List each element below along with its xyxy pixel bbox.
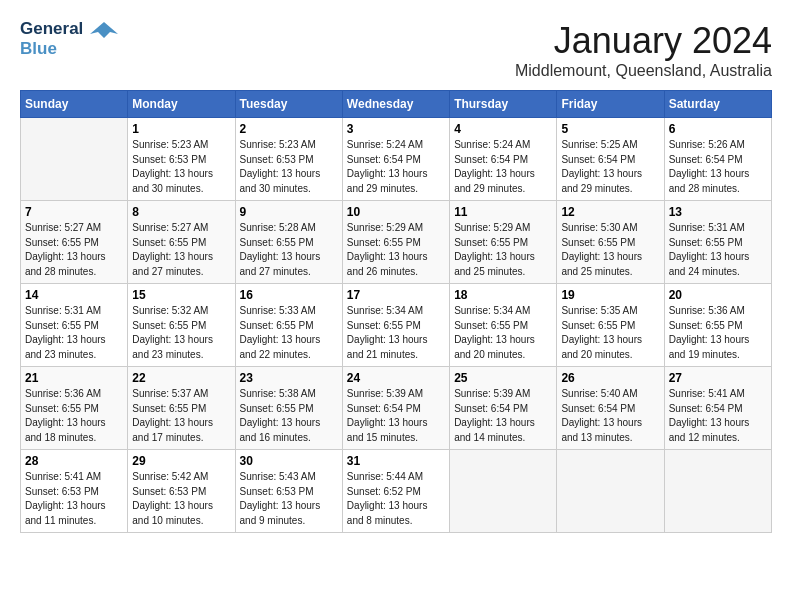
day-number: 25 — [454, 371, 552, 385]
day-number: 29 — [132, 454, 230, 468]
day-number: 14 — [25, 288, 123, 302]
table-row: 3Sunrise: 5:24 AMSunset: 6:54 PMDaylight… — [342, 118, 449, 201]
day-info: Sunrise: 5:38 AMSunset: 6:55 PMDaylight:… — [240, 387, 338, 445]
day-number: 4 — [454, 122, 552, 136]
day-info: Sunrise: 5:34 AMSunset: 6:55 PMDaylight:… — [454, 304, 552, 362]
day-info: Sunrise: 5:41 AMSunset: 6:54 PMDaylight:… — [669, 387, 767, 445]
day-info: Sunrise: 5:36 AMSunset: 6:55 PMDaylight:… — [25, 387, 123, 445]
day-info: Sunrise: 5:40 AMSunset: 6:54 PMDaylight:… — [561, 387, 659, 445]
logo: General Blue — [20, 20, 118, 59]
svg-marker-0 — [90, 22, 118, 38]
day-info: Sunrise: 5:25 AMSunset: 6:54 PMDaylight:… — [561, 138, 659, 196]
day-info: Sunrise: 5:31 AMSunset: 6:55 PMDaylight:… — [669, 221, 767, 279]
table-row: 19Sunrise: 5:35 AMSunset: 6:55 PMDayligh… — [557, 284, 664, 367]
day-number: 20 — [669, 288, 767, 302]
day-number: 26 — [561, 371, 659, 385]
day-info: Sunrise: 5:23 AMSunset: 6:53 PMDaylight:… — [132, 138, 230, 196]
weekday-header-friday: Friday — [557, 91, 664, 118]
table-row: 29Sunrise: 5:42 AMSunset: 6:53 PMDayligh… — [128, 450, 235, 533]
month-title: January 2024 — [515, 20, 772, 62]
table-row: 12Sunrise: 5:30 AMSunset: 6:55 PMDayligh… — [557, 201, 664, 284]
day-number: 7 — [25, 205, 123, 219]
table-row: 7Sunrise: 5:27 AMSunset: 6:55 PMDaylight… — [21, 201, 128, 284]
day-number: 9 — [240, 205, 338, 219]
table-row: 28Sunrise: 5:41 AMSunset: 6:53 PMDayligh… — [21, 450, 128, 533]
day-number: 17 — [347, 288, 445, 302]
weekday-header-wednesday: Wednesday — [342, 91, 449, 118]
table-row: 30Sunrise: 5:43 AMSunset: 6:53 PMDayligh… — [235, 450, 342, 533]
day-info: Sunrise: 5:27 AMSunset: 6:55 PMDaylight:… — [25, 221, 123, 279]
table-row — [664, 450, 771, 533]
weekday-header-tuesday: Tuesday — [235, 91, 342, 118]
day-info: Sunrise: 5:42 AMSunset: 6:53 PMDaylight:… — [132, 470, 230, 528]
table-row: 26Sunrise: 5:40 AMSunset: 6:54 PMDayligh… — [557, 367, 664, 450]
table-row: 10Sunrise: 5:29 AMSunset: 6:55 PMDayligh… — [342, 201, 449, 284]
day-info: Sunrise: 5:35 AMSunset: 6:55 PMDaylight:… — [561, 304, 659, 362]
table-row: 9Sunrise: 5:28 AMSunset: 6:55 PMDaylight… — [235, 201, 342, 284]
table-row: 31Sunrise: 5:44 AMSunset: 6:52 PMDayligh… — [342, 450, 449, 533]
day-number: 12 — [561, 205, 659, 219]
logo-general: General — [20, 19, 83, 38]
day-number: 27 — [669, 371, 767, 385]
table-row: 24Sunrise: 5:39 AMSunset: 6:54 PMDayligh… — [342, 367, 449, 450]
table-row: 18Sunrise: 5:34 AMSunset: 6:55 PMDayligh… — [450, 284, 557, 367]
logo-bird-icon — [90, 20, 118, 40]
table-row: 22Sunrise: 5:37 AMSunset: 6:55 PMDayligh… — [128, 367, 235, 450]
location-title: Middlemount, Queensland, Australia — [515, 62, 772, 80]
day-info: Sunrise: 5:43 AMSunset: 6:53 PMDaylight:… — [240, 470, 338, 528]
day-info: Sunrise: 5:27 AMSunset: 6:55 PMDaylight:… — [132, 221, 230, 279]
table-row: 11Sunrise: 5:29 AMSunset: 6:55 PMDayligh… — [450, 201, 557, 284]
weekday-header-monday: Monday — [128, 91, 235, 118]
table-row: 13Sunrise: 5:31 AMSunset: 6:55 PMDayligh… — [664, 201, 771, 284]
day-number: 5 — [561, 122, 659, 136]
day-number: 8 — [132, 205, 230, 219]
day-number: 21 — [25, 371, 123, 385]
day-info: Sunrise: 5:39 AMSunset: 6:54 PMDaylight:… — [454, 387, 552, 445]
day-number: 13 — [669, 205, 767, 219]
day-info: Sunrise: 5:26 AMSunset: 6:54 PMDaylight:… — [669, 138, 767, 196]
day-info: Sunrise: 5:37 AMSunset: 6:55 PMDaylight:… — [132, 387, 230, 445]
day-info: Sunrise: 5:31 AMSunset: 6:55 PMDaylight:… — [25, 304, 123, 362]
table-row: 27Sunrise: 5:41 AMSunset: 6:54 PMDayligh… — [664, 367, 771, 450]
day-info: Sunrise: 5:29 AMSunset: 6:55 PMDaylight:… — [347, 221, 445, 279]
table-row: 2Sunrise: 5:23 AMSunset: 6:53 PMDaylight… — [235, 118, 342, 201]
table-row: 6Sunrise: 5:26 AMSunset: 6:54 PMDaylight… — [664, 118, 771, 201]
day-info: Sunrise: 5:36 AMSunset: 6:55 PMDaylight:… — [669, 304, 767, 362]
table-row — [557, 450, 664, 533]
table-row: 16Sunrise: 5:33 AMSunset: 6:55 PMDayligh… — [235, 284, 342, 367]
table-row: 17Sunrise: 5:34 AMSunset: 6:55 PMDayligh… — [342, 284, 449, 367]
table-row: 4Sunrise: 5:24 AMSunset: 6:54 PMDaylight… — [450, 118, 557, 201]
weekday-header-sunday: Sunday — [21, 91, 128, 118]
day-number: 11 — [454, 205, 552, 219]
day-number: 16 — [240, 288, 338, 302]
day-info: Sunrise: 5:32 AMSunset: 6:55 PMDaylight:… — [132, 304, 230, 362]
day-info: Sunrise: 5:34 AMSunset: 6:55 PMDaylight:… — [347, 304, 445, 362]
day-number: 24 — [347, 371, 445, 385]
weekday-header-thursday: Thursday — [450, 91, 557, 118]
day-number: 6 — [669, 122, 767, 136]
day-info: Sunrise: 5:28 AMSunset: 6:55 PMDaylight:… — [240, 221, 338, 279]
day-info: Sunrise: 5:41 AMSunset: 6:53 PMDaylight:… — [25, 470, 123, 528]
day-info: Sunrise: 5:24 AMSunset: 6:54 PMDaylight:… — [454, 138, 552, 196]
logo-blue: Blue — [20, 39, 57, 58]
day-number: 28 — [25, 454, 123, 468]
day-number: 2 — [240, 122, 338, 136]
table-row — [21, 118, 128, 201]
day-number: 30 — [240, 454, 338, 468]
table-row: 21Sunrise: 5:36 AMSunset: 6:55 PMDayligh… — [21, 367, 128, 450]
table-row: 20Sunrise: 5:36 AMSunset: 6:55 PMDayligh… — [664, 284, 771, 367]
table-row: 5Sunrise: 5:25 AMSunset: 6:54 PMDaylight… — [557, 118, 664, 201]
day-number: 10 — [347, 205, 445, 219]
day-info: Sunrise: 5:24 AMSunset: 6:54 PMDaylight:… — [347, 138, 445, 196]
day-info: Sunrise: 5:30 AMSunset: 6:55 PMDaylight:… — [561, 221, 659, 279]
day-info: Sunrise: 5:44 AMSunset: 6:52 PMDaylight:… — [347, 470, 445, 528]
day-info: Sunrise: 5:39 AMSunset: 6:54 PMDaylight:… — [347, 387, 445, 445]
table-row: 23Sunrise: 5:38 AMSunset: 6:55 PMDayligh… — [235, 367, 342, 450]
table-row: 1Sunrise: 5:23 AMSunset: 6:53 PMDaylight… — [128, 118, 235, 201]
day-number: 1 — [132, 122, 230, 136]
day-number: 23 — [240, 371, 338, 385]
day-number: 15 — [132, 288, 230, 302]
table-row: 25Sunrise: 5:39 AMSunset: 6:54 PMDayligh… — [450, 367, 557, 450]
weekday-header-saturday: Saturday — [664, 91, 771, 118]
table-row — [450, 450, 557, 533]
